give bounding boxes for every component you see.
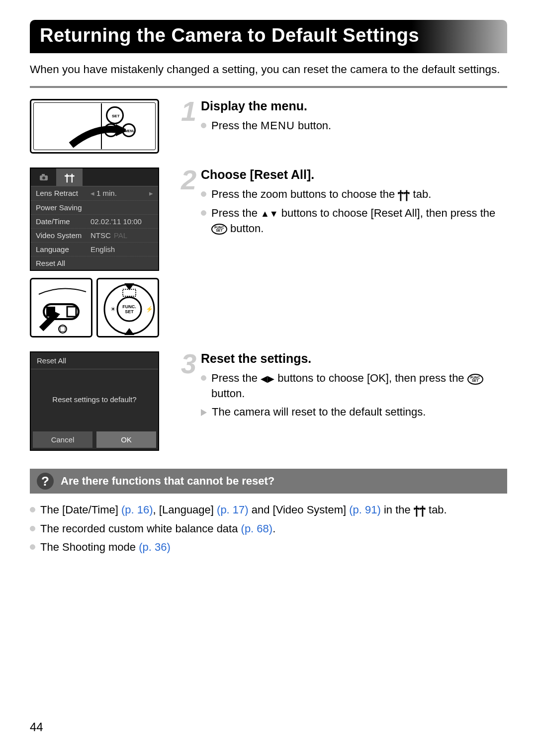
- text: button.: [227, 222, 264, 235]
- svg-text:SET: SET: [125, 309, 134, 314]
- step-title: Reset the settings.: [201, 351, 507, 366]
- step-number: 3: [178, 355, 198, 372]
- menu-button-label: MENU: [261, 119, 295, 132]
- camera-tab-icon: [31, 168, 57, 186]
- menu-row-value: ◂1 min.▸: [90, 189, 153, 198]
- page-ref-link[interactable]: (p. 91): [349, 504, 381, 516]
- menu-row-value: English: [90, 245, 153, 253]
- step-instruction: Press the zoom buttons to choose the ϯϯ …: [201, 187, 507, 203]
- bullet-icon: [201, 191, 206, 197]
- page-ref-link[interactable]: (p. 16): [121, 504, 153, 516]
- reset-dialog-screenshot: Reset All Reset settings to default? Can…: [30, 351, 159, 451]
- text: tab.: [426, 504, 447, 516]
- page-number: 44: [30, 720, 43, 734]
- menu-row-value: 02.02.'11 10:00: [90, 217, 153, 226]
- svg-marker-0: [116, 124, 126, 136]
- page-ref-link[interactable]: (p. 68): [241, 522, 273, 535]
- menu-row-value: NTSCPAL: [90, 231, 153, 240]
- control-wheel-illustration: FUNC. SET ☀ ⚡: [96, 278, 159, 337]
- step-3: Reset All Reset settings to default? Can…: [30, 351, 507, 451]
- text: in the: [381, 504, 414, 516]
- text: The camera will reset to the default set…: [212, 405, 426, 420]
- steps-container: SET MENU 1 Display the menu. Pres: [30, 99, 507, 465]
- text: and [Video System]: [249, 504, 350, 516]
- step-title: Display the menu.: [201, 99, 507, 113]
- result-arrow-icon: [201, 409, 207, 416]
- menu-row: Date/Time02.02.'11 10:00: [31, 215, 158, 229]
- pointer-arrow-icon: [66, 120, 126, 150]
- step-title: Choose [Reset All].: [201, 168, 507, 182]
- svg-marker-15: [124, 328, 134, 335]
- text: , [Language]: [153, 504, 217, 516]
- step-number: 2: [178, 171, 198, 188]
- menu-row-value: [90, 203, 153, 212]
- step-result: The camera will reset to the default set…: [201, 405, 507, 420]
- bullet-icon: [201, 123, 206, 128]
- page-ref-link[interactable]: (p. 17): [217, 504, 249, 516]
- tools-tab-icon: ϯϯ: [398, 187, 410, 203]
- menu-row-label: Lens Retract: [36, 189, 90, 198]
- svg-rect-16: [123, 289, 136, 296]
- menu-row-label: Reset All: [36, 259, 90, 267]
- bullet-icon: [30, 544, 35, 550]
- text: The [Date/Time]: [40, 504, 121, 516]
- cancel-button: Cancel: [33, 431, 92, 448]
- section-title-bar: Returning the Camera to Default Settings: [30, 20, 507, 53]
- note-heading-bar: ? Are there functions that cannot be res…: [30, 469, 507, 494]
- svg-text:FUNC.: FUNC.: [122, 304, 136, 309]
- note-heading: Are there functions that cannot be reset…: [61, 475, 274, 488]
- dialog-header: Reset All: [31, 352, 158, 369]
- func-set-button-icon: FUNCSET: [211, 224, 227, 235]
- ok-button: OK: [96, 431, 156, 448]
- step-instruction: Press the ▲▼ buttons to choose [Reset Al…: [201, 206, 507, 237]
- step-1: SET MENU 1 Display the menu. Pres: [30, 99, 507, 154]
- note-item: The recorded custom white balance data (…: [30, 521, 507, 537]
- text: Press the: [211, 119, 261, 132]
- tools-tab-icon: ϯϯ: [57, 168, 83, 186]
- step-number: 1: [178, 103, 198, 120]
- svg-rect-6: [67, 307, 76, 317]
- up-down-arrows-icon: ▲▼: [261, 208, 278, 220]
- note-item: The Shooting mode (p. 36): [30, 540, 507, 555]
- menu-row-label: Date/Time: [36, 217, 90, 226]
- text: Press the: [211, 207, 261, 219]
- svg-rect-2: [42, 174, 45, 176]
- text: The recorded custom white balance data: [40, 522, 241, 535]
- bullet-icon: [201, 210, 206, 216]
- text: Press the zoom buttons to choose the: [211, 188, 398, 200]
- menu-row: Power Saving: [31, 201, 158, 215]
- tools-tab-icon: ϯϯ: [414, 503, 426, 518]
- text: buttons to choose [Reset All], then pres…: [278, 207, 496, 219]
- camera-back-illustration: SET MENU: [30, 99, 159, 154]
- text: button.: [295, 119, 331, 132]
- text: buttons to choose [OK], then press the: [274, 372, 467, 384]
- svg-text:⚡: ⚡: [146, 305, 153, 313]
- menu-row-label: Language: [36, 245, 90, 253]
- menu-row-label: Power Saving: [36, 203, 90, 212]
- text: .: [272, 522, 275, 535]
- menu-row-value: [90, 259, 153, 267]
- intro-text: When you have mistakenly changed a setti…: [30, 62, 507, 77]
- bullet-icon: [201, 375, 206, 381]
- svg-point-8: [59, 325, 67, 333]
- text: Press the: [211, 372, 261, 384]
- menu-row: Video SystemNTSCPAL: [31, 229, 158, 243]
- page-ref-link[interactable]: (p. 36): [139, 541, 171, 553]
- menu-row: LanguageEnglish: [31, 243, 158, 256]
- dialog-message: Reset settings to default?: [31, 369, 158, 429]
- step-instruction: Press the ◀▶ buttons to choose [OK], the…: [201, 371, 507, 402]
- note-list: The [Date/Time] (p. 16), [Language] (p. …: [30, 503, 507, 555]
- menu-row: Lens Retract◂1 min.▸: [31, 186, 158, 201]
- zoom-buttons-illustration: [30, 278, 92, 337]
- text: button.: [211, 387, 245, 400]
- menu-row-label: Video System: [36, 231, 90, 240]
- note-item: The [Date/Time] (p. 16), [Language] (p. …: [30, 503, 507, 518]
- step-instruction: Press the MENU button.: [201, 118, 507, 134]
- section-title: Returning the Camera to Default Settings: [40, 25, 497, 46]
- svg-text:☀: ☀: [110, 306, 116, 313]
- step-2: ϯϯ Lens Retract◂1 min.▸Power SavingDate/…: [30, 168, 507, 337]
- left-right-arrows-icon: ◀▶: [261, 373, 274, 385]
- menu-row: Reset All: [31, 256, 158, 270]
- svg-point-3: [42, 176, 45, 179]
- svg-rect-9: [60, 327, 65, 332]
